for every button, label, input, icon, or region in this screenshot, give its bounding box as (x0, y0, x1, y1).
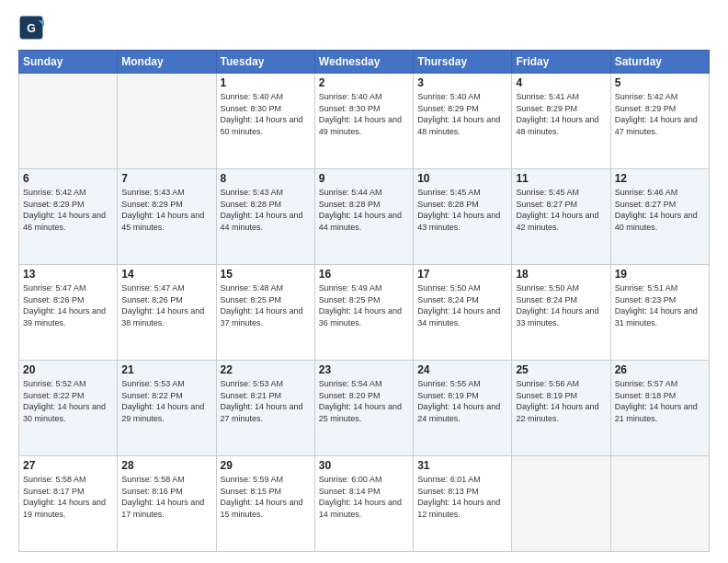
day-info: Sunrise: 5:43 AM Sunset: 8:28 PM Dayligh… (221, 187, 311, 233)
calendar-week-row: 13Sunrise: 5:47 AM Sunset: 8:26 PM Dayli… (19, 265, 710, 361)
day-number: 29 (221, 459, 311, 472)
calendar-week-row: 1Sunrise: 5:40 AM Sunset: 8:30 PM Daylig… (19, 74, 710, 169)
day-number: 13 (23, 268, 113, 281)
day-number: 8 (221, 172, 311, 185)
day-info: Sunrise: 5:41 AM Sunset: 8:29 PM Dayligh… (516, 91, 606, 137)
calendar-cell: 14Sunrise: 5:47 AM Sunset: 8:26 PM Dayli… (118, 265, 216, 361)
calendar-cell: 16Sunrise: 5:49 AM Sunset: 8:25 PM Dayli… (314, 265, 413, 361)
calendar-cell: 3Sunrise: 5:40 AM Sunset: 8:29 PM Daylig… (414, 74, 512, 169)
day-info: Sunrise: 5:50 AM Sunset: 8:24 PM Dayligh… (516, 282, 606, 328)
calendar-cell: 10Sunrise: 5:45 AM Sunset: 8:28 PM Dayli… (414, 169, 512, 265)
header: G (18, 15, 710, 40)
day-number: 16 (319, 268, 409, 281)
day-number: 30 (319, 459, 409, 472)
day-number: 22 (221, 363, 311, 376)
day-number: 1 (221, 76, 311, 89)
col-header-monday: Monday (118, 51, 216, 74)
calendar-cell: 20Sunrise: 5:52 AM Sunset: 8:22 PM Dayli… (19, 361, 118, 456)
day-number: 15 (221, 268, 311, 281)
calendar-cell: 17Sunrise: 5:50 AM Sunset: 8:24 PM Dayli… (414, 265, 512, 361)
calendar-cell: 2Sunrise: 5:40 AM Sunset: 8:30 PM Daylig… (314, 74, 413, 169)
calendar-cell: 24Sunrise: 5:55 AM Sunset: 8:19 PM Dayli… (414, 361, 512, 456)
day-number: 11 (516, 172, 606, 185)
col-header-friday: Friday (512, 51, 610, 74)
calendar-cell: 4Sunrise: 5:41 AM Sunset: 8:29 PM Daylig… (512, 74, 610, 169)
calendar-cell: 6Sunrise: 5:42 AM Sunset: 8:29 PM Daylig… (19, 169, 118, 265)
calendar-cell: 22Sunrise: 5:53 AM Sunset: 8:21 PM Dayli… (216, 361, 314, 456)
day-number: 17 (417, 268, 507, 281)
day-info: Sunrise: 5:59 AM Sunset: 8:15 PM Dayligh… (221, 474, 311, 520)
day-info: Sunrise: 5:53 AM Sunset: 8:22 PM Dayligh… (121, 378, 211, 424)
day-number: 19 (615, 268, 705, 281)
day-info: Sunrise: 5:47 AM Sunset: 8:26 PM Dayligh… (23, 282, 113, 328)
day-number: 2 (319, 76, 409, 89)
day-info: Sunrise: 5:47 AM Sunset: 8:26 PM Dayligh… (121, 282, 211, 328)
calendar-cell (512, 456, 610, 552)
day-number: 24 (417, 363, 507, 376)
day-info: Sunrise: 5:43 AM Sunset: 8:29 PM Dayligh… (121, 187, 211, 233)
day-number: 25 (516, 363, 606, 376)
calendar-cell: 18Sunrise: 5:50 AM Sunset: 8:24 PM Dayli… (512, 265, 610, 361)
calendar-cell: 25Sunrise: 5:56 AM Sunset: 8:19 PM Dayli… (512, 361, 610, 456)
calendar-cell: 1Sunrise: 5:40 AM Sunset: 8:30 PM Daylig… (216, 74, 314, 169)
day-number: 3 (417, 76, 507, 89)
day-info: Sunrise: 6:01 AM Sunset: 8:13 PM Dayligh… (417, 474, 507, 520)
logo: G (18, 15, 46, 40)
day-info: Sunrise: 5:40 AM Sunset: 8:29 PM Dayligh… (417, 91, 507, 137)
col-header-thursday: Thursday (414, 51, 512, 74)
day-info: Sunrise: 5:58 AM Sunset: 8:17 PM Dayligh… (23, 474, 113, 520)
calendar-cell: 27Sunrise: 5:58 AM Sunset: 8:17 PM Dayli… (19, 456, 118, 552)
calendar-table: SundayMondayTuesdayWednesdayThursdayFrid… (18, 50, 710, 552)
day-number: 28 (121, 459, 211, 472)
calendar-week-row: 27Sunrise: 5:58 AM Sunset: 8:17 PM Dayli… (19, 456, 710, 552)
svg-text:G: G (27, 22, 36, 35)
calendar-cell: 9Sunrise: 5:44 AM Sunset: 8:28 PM Daylig… (314, 169, 413, 265)
calendar-cell: 29Sunrise: 5:59 AM Sunset: 8:15 PM Dayli… (216, 456, 314, 552)
day-info: Sunrise: 5:44 AM Sunset: 8:28 PM Dayligh… (319, 187, 409, 233)
calendar-cell: 19Sunrise: 5:51 AM Sunset: 8:23 PM Dayli… (610, 265, 709, 361)
day-info: Sunrise: 5:57 AM Sunset: 8:18 PM Dayligh… (615, 378, 705, 424)
calendar-week-row: 20Sunrise: 5:52 AM Sunset: 8:22 PM Dayli… (19, 361, 710, 456)
calendar-cell (118, 74, 216, 169)
day-number: 6 (23, 172, 113, 185)
day-info: Sunrise: 5:55 AM Sunset: 8:19 PM Dayligh… (417, 378, 507, 424)
day-info: Sunrise: 5:46 AM Sunset: 8:27 PM Dayligh… (615, 187, 705, 233)
day-info: Sunrise: 5:40 AM Sunset: 8:30 PM Dayligh… (319, 91, 409, 137)
calendar-cell: 21Sunrise: 5:53 AM Sunset: 8:22 PM Dayli… (118, 361, 216, 456)
calendar-cell (19, 74, 118, 169)
day-number: 4 (516, 76, 606, 89)
day-number: 23 (319, 363, 409, 376)
day-info: Sunrise: 5:45 AM Sunset: 8:27 PM Dayligh… (516, 187, 606, 233)
calendar-cell: 12Sunrise: 5:46 AM Sunset: 8:27 PM Dayli… (610, 169, 709, 265)
day-info: Sunrise: 5:45 AM Sunset: 8:28 PM Dayligh… (417, 187, 507, 233)
day-number: 5 (615, 76, 705, 89)
day-number: 21 (121, 363, 211, 376)
day-info: Sunrise: 5:51 AM Sunset: 8:23 PM Dayligh… (615, 282, 705, 328)
day-info: Sunrise: 5:42 AM Sunset: 8:29 PM Dayligh… (615, 91, 705, 137)
day-info: Sunrise: 5:58 AM Sunset: 8:16 PM Dayligh… (121, 474, 211, 520)
day-number: 12 (615, 172, 705, 185)
calendar-cell (610, 456, 709, 552)
day-info: Sunrise: 5:42 AM Sunset: 8:29 PM Dayligh… (23, 187, 113, 233)
day-info: Sunrise: 5:54 AM Sunset: 8:20 PM Dayligh… (319, 378, 409, 424)
col-header-tuesday: Tuesday (216, 51, 314, 74)
calendar-cell: 13Sunrise: 5:47 AM Sunset: 8:26 PM Dayli… (19, 265, 118, 361)
calendar-cell: 11Sunrise: 5:45 AM Sunset: 8:27 PM Dayli… (512, 169, 610, 265)
day-info: Sunrise: 5:50 AM Sunset: 8:24 PM Dayligh… (417, 282, 507, 328)
calendar-cell: 23Sunrise: 5:54 AM Sunset: 8:20 PM Dayli… (314, 361, 413, 456)
day-number: 20 (23, 363, 113, 376)
calendar-cell: 8Sunrise: 5:43 AM Sunset: 8:28 PM Daylig… (216, 169, 314, 265)
day-info: Sunrise: 5:56 AM Sunset: 8:19 PM Dayligh… (516, 378, 606, 424)
day-number: 31 (417, 459, 507, 472)
col-header-wednesday: Wednesday (314, 51, 413, 74)
calendar-header-row: SundayMondayTuesdayWednesdayThursdayFrid… (19, 51, 710, 74)
calendar-cell: 26Sunrise: 5:57 AM Sunset: 8:18 PM Dayli… (610, 361, 709, 456)
calendar-page: G SundayMondayTuesdayWednesdayThursdayFr… (0, 0, 728, 563)
day-info: Sunrise: 5:49 AM Sunset: 8:25 PM Dayligh… (319, 282, 409, 328)
col-header-saturday: Saturday (610, 51, 709, 74)
day-info: Sunrise: 5:40 AM Sunset: 8:30 PM Dayligh… (221, 91, 311, 137)
day-info: Sunrise: 5:53 AM Sunset: 8:21 PM Dayligh… (221, 378, 311, 424)
day-info: Sunrise: 5:48 AM Sunset: 8:25 PM Dayligh… (221, 282, 311, 328)
col-header-sunday: Sunday (19, 51, 118, 74)
calendar-cell: 28Sunrise: 5:58 AM Sunset: 8:16 PM Dayli… (118, 456, 216, 552)
